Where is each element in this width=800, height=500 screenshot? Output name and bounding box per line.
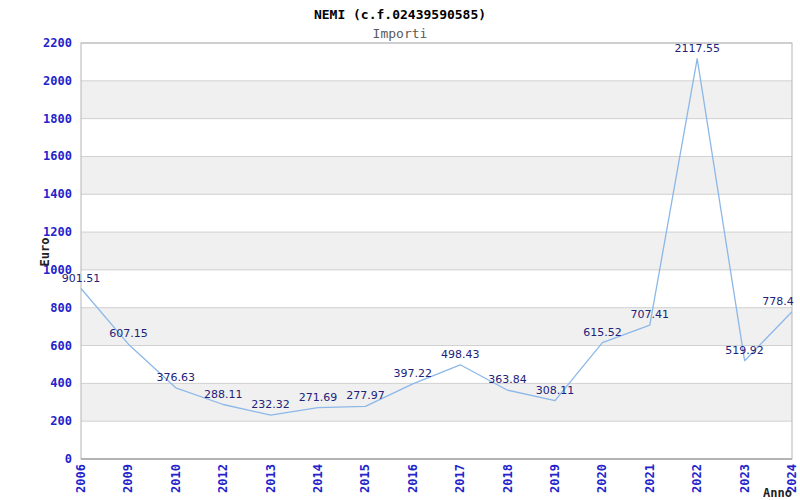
y-tick-label: 0 [65,452,72,466]
data-point-label: 778.4 [762,295,794,308]
data-point-label: 707.41 [631,308,670,321]
y-tick-label: 1400 [43,187,72,201]
x-tick-label: 2016 [406,464,420,493]
data-point-label: 498.43 [441,348,480,361]
x-tick-label: 2010 [169,464,183,493]
data-point-label: 2117.55 [674,42,720,55]
x-tick-label: 2018 [501,464,515,493]
data-point-label: 288.11 [204,388,243,401]
data-point-label: 607.15 [109,327,148,340]
x-tick-label: 2012 [216,464,230,493]
x-axis-title: Anno [763,486,792,500]
x-tick-label: 2021 [643,464,657,493]
data-point-label: 271.69 [299,391,338,404]
data-point-label: 308.11 [536,384,575,397]
data-point-label: 363.84 [488,373,527,386]
line-chart: 901.51607.15376.63288.11232.32271.69277.… [0,0,800,500]
data-point-label: 615.52 [583,326,622,339]
x-tick-label: 2023 [738,464,752,493]
data-point-label: 277.97 [346,389,385,402]
chart-container: 901.51607.15376.63288.11232.32271.69277.… [0,0,800,500]
x-axis-tick-labels: 2006200920102012201320142015201620172018… [74,464,799,493]
x-tick-label: 2017 [453,464,467,493]
y-tick-label: 1800 [43,112,72,126]
x-tick-label: 2022 [690,464,704,493]
y-tick-label: 1600 [43,149,72,163]
y-tick-label: 200 [50,414,72,428]
y-axis-title: Euro [38,238,52,267]
plot-band [81,81,792,119]
chart-title: NEMI (c.f.02439590585) [314,7,486,22]
x-tick-label: 2020 [595,464,609,493]
y-tick-label: 800 [50,301,72,315]
x-tick-label: 2006 [74,464,88,493]
x-tick-label: 2013 [264,464,278,493]
y-tick-label: 400 [50,376,72,390]
y-tick-label: 2200 [43,36,72,50]
x-tick-label: 2015 [358,464,372,493]
x-tick-label: 2009 [121,464,135,493]
data-point-label: 376.63 [157,371,196,384]
x-tick-label: 2019 [548,464,562,493]
data-point-label: 232.32 [251,398,290,411]
plot-band [81,156,792,194]
x-tick-label: 2014 [311,464,325,493]
data-point-label: 519.92 [725,344,764,357]
data-point-label: 397.22 [394,367,433,380]
y-tick-label: 2000 [43,74,72,88]
plot-band [81,383,792,421]
y-tick-label: 1200 [43,225,72,239]
chart-subtitle: Importi [373,26,428,41]
plot-band [81,308,792,346]
plot-band [81,232,792,270]
y-tick-label: 600 [50,339,72,353]
